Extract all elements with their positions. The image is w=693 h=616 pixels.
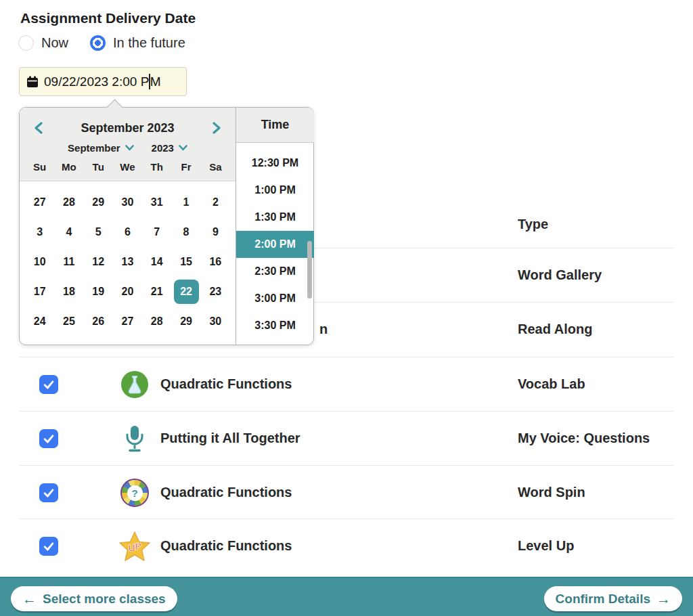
month-dropdown[interactable]: September — [68, 140, 134, 155]
previous-month-button[interactable] — [29, 120, 48, 136]
calendar-day[interactable]: 5 — [84, 217, 113, 247]
row-type: Word Gallery — [518, 267, 602, 283]
time-slot[interactable]: 3:00 PM — [236, 285, 314, 312]
time-slot[interactable]: 1:00 PM — [236, 177, 314, 204]
month-year-title: September 2023 — [20, 121, 236, 135]
table-row: ? Quadratic Functions Word Spin — [19, 465, 674, 519]
calendar-day[interactable]: 28 — [54, 188, 83, 217]
radio-option-in-the-future[interactable]: In the future — [90, 35, 185, 51]
time-slot[interactable]: 12:30 PM — [236, 150, 314, 177]
calendar-day[interactable]: 28 — [142, 307, 171, 336]
time-slot[interactable]: 2:30 PM — [236, 258, 314, 285]
calendar-grid: 27 28 29 30 31 1 2 3 4 5 6 7 8 9 — [20, 188, 236, 336]
row-title: Quadratic Functions — [160, 485, 292, 500]
weekday-label: Fr — [171, 161, 200, 173]
weekday-label: We — [113, 161, 142, 173]
flask-icon — [119, 370, 150, 399]
calendar-day[interactable]: 17 — [25, 277, 54, 307]
year-dropdown-value: 2023 — [152, 142, 174, 154]
calendar-day[interactable]: 7 — [142, 217, 171, 247]
checkmark-icon — [42, 486, 55, 500]
calendar-day[interactable]: 8 — [171, 217, 200, 247]
time-slot[interactable]: 3:30 PM — [236, 312, 314, 339]
calendar-day[interactable]: 3 — [25, 217, 54, 247]
weekday-header-row: Su Mo Tu We Th Fr Sa — [20, 161, 236, 173]
calendar-day[interactable]: 23 — [201, 277, 230, 307]
calendar-day[interactable]: 29 — [84, 188, 113, 217]
radio-now-icon[interactable] — [18, 35, 34, 51]
calendar-day[interactable]: 29 — [171, 307, 200, 336]
right-arrow-icon: → — [656, 591, 671, 607]
row-checkbox[interactable] — [39, 375, 58, 394]
radio-future-icon[interactable] — [90, 35, 106, 51]
wheel-question-mark: ? — [127, 485, 143, 501]
time-scrollbar-thumb[interactable] — [307, 241, 312, 299]
calendar-day[interactable]: 6 — [113, 217, 142, 247]
row-checkbox[interactable] — [39, 537, 58, 556]
datetime-picker-popup: September 2023 September 2023 — [19, 107, 314, 345]
calendar-day[interactable]: 11 — [54, 247, 83, 277]
level-up-star-icon: UP — [119, 532, 150, 560]
calendar-day[interactable]: 18 — [54, 277, 83, 307]
time-list[interactable]: 12:30 PM 1:00 PM 1:30 PM 2:00 PM 2:30 PM… — [236, 143, 314, 345]
left-arrow-icon: ← — [22, 591, 37, 607]
calendar-day[interactable]: 20 — [113, 277, 142, 307]
year-dropdown[interactable]: 2023 — [152, 140, 187, 155]
time-slot-selected[interactable]: 2:00 PM — [236, 231, 314, 258]
row-checkbox[interactable] — [39, 483, 58, 502]
chevron-down-icon — [179, 145, 187, 151]
calendar-day[interactable]: 19 — [84, 277, 113, 307]
calendar-day[interactable]: 13 — [113, 247, 142, 277]
calendar-day[interactable]: 4 — [54, 217, 83, 247]
row-title: Putting it All Together — [160, 431, 300, 446]
calendar-day[interactable]: 24 — [25, 307, 54, 336]
chevron-down-icon — [125, 145, 134, 151]
calendar-day[interactable]: 1 — [171, 188, 200, 217]
calendar-day[interactable]: 30 — [201, 307, 230, 336]
chevron-left-icon — [34, 122, 43, 134]
month-dropdown-value: September — [68, 142, 120, 154]
assignment-delivery-page: Assignment Delivery Date Now In the futu… — [0, 0, 693, 616]
weekday-label: Tu — [84, 161, 113, 173]
row-type: Vocab Lab — [518, 376, 585, 392]
time-column-header: Time — [236, 108, 314, 143]
row-type: Level Up — [518, 538, 574, 554]
calendar-day[interactable]: 10 — [25, 247, 54, 277]
calendar-day[interactable]: 27 — [113, 307, 142, 336]
row-checkbox[interactable] — [39, 429, 58, 448]
calendar-day[interactable]: 14 — [142, 247, 171, 277]
row-type: Word Spin — [518, 485, 585, 500]
calendar-header: September 2023 September 2023 — [20, 108, 236, 181]
next-month-button[interactable] — [207, 120, 226, 136]
calendar-day[interactable]: 26 — [84, 307, 113, 336]
calendar-day[interactable]: 31 — [142, 188, 171, 217]
calendar-day[interactable]: 16 — [201, 247, 230, 277]
select-more-classes-button[interactable]: ← Select more classes — [11, 586, 177, 611]
radio-now-label[interactable]: Now — [41, 35, 68, 51]
weekday-label: Th — [142, 161, 171, 173]
footer-bar: ← Select more classes Confirm Details → — [0, 577, 693, 616]
calendar-day[interactable]: 9 — [201, 217, 230, 247]
calendar-day[interactable]: 21 — [142, 277, 171, 307]
calendar-day[interactable]: 27 — [25, 188, 54, 217]
type-column-header: Type — [518, 217, 548, 232]
calendar-day[interactable]: 15 — [171, 247, 200, 277]
radio-future-label[interactable]: In the future — [113, 35, 185, 51]
time-slot[interactable]: 1:30 PM — [236, 204, 314, 231]
confirm-details-button[interactable]: Confirm Details → — [544, 586, 682, 611]
row-type: My Voice: Questions — [518, 431, 650, 446]
microphone-icon — [119, 424, 150, 453]
calendar-day[interactable]: 2 — [201, 188, 230, 217]
calendar-day-selected[interactable]: 22 — [171, 277, 200, 307]
date-time-input[interactable]: 09/22/2023 2:00 P M — [19, 67, 187, 96]
checkmark-icon — [42, 378, 55, 391]
row-type: Read Along — [518, 322, 592, 337]
calendar-day[interactable]: 25 — [54, 307, 83, 336]
calendar-day[interactable]: 12 — [84, 247, 113, 277]
radio-option-now[interactable]: Now — [18, 35, 68, 51]
date-value-after-caret: M — [150, 74, 161, 89]
weekday-label: Sa — [201, 161, 230, 173]
row-title: Quadratic Functions — [160, 376, 292, 392]
checkmark-icon — [42, 432, 55, 445]
calendar-day[interactable]: 30 — [113, 188, 142, 217]
